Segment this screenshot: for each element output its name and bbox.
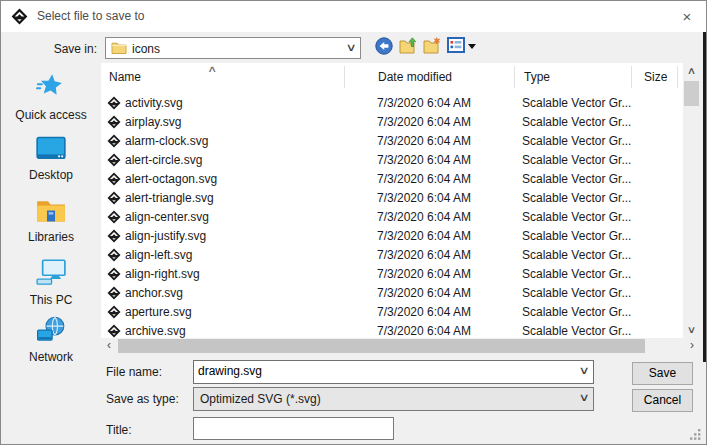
save-as-type-combobox[interactable]: Optimized SVG (*.svg) ∨ (193, 387, 594, 411)
file-type: Scalable Vector Gr... (522, 286, 631, 300)
sidebar-item-label: Libraries (28, 230, 74, 244)
vertical-scroll-thumb[interactable] (684, 81, 699, 106)
sidebar-item-label: Network (29, 350, 73, 364)
file-name: align-center.svg (125, 210, 209, 224)
sidebar-item-this-pc[interactable]: This PC (1, 259, 101, 307)
up-one-level-icon[interactable] (399, 37, 418, 55)
column-header-size[interactable]: Size (644, 63, 667, 91)
cancel-button[interactable]: Cancel (632, 389, 693, 412)
file-row[interactable]: alert-triangle.svg 7/3/2020 6:04 AM Scal… (101, 189, 683, 208)
view-menu-caret-icon[interactable] (468, 44, 476, 49)
inkscape-file-icon (107, 172, 121, 186)
dialog-title: Select file to save to (37, 9, 144, 23)
file-date-modified: 7/3/2020 6:04 AM (377, 248, 471, 262)
file-name: alarm-clock.svg (125, 134, 208, 148)
file-name-combobox[interactable]: ∨ (193, 360, 594, 384)
file-row[interactable]: align-left.svg 7/3/2020 6:04 AM Scalable… (101, 246, 683, 265)
file-row[interactable]: align-justify.svg 7/3/2020 6:04 AM Scala… (101, 227, 683, 246)
title-bar[interactable]: Select file to save to × (1, 1, 706, 32)
scroll-left-icon[interactable]: ‹ (101, 338, 117, 354)
file-name: alert-circle.svg (125, 153, 202, 167)
file-row[interactable]: aperture.svg 7/3/2020 6:04 AM Scalable V… (101, 303, 683, 322)
file-date-modified: 7/3/2020 6:04 AM (377, 324, 471, 338)
file-date-modified: 7/3/2020 6:04 AM (377, 115, 471, 129)
folder-icon (111, 41, 127, 58)
places-sidebar: Quick access Desktop Libraries This PC N… (1, 63, 101, 354)
libraries-icon (1, 198, 101, 226)
file-row[interactable]: align-right.svg 7/3/2020 6:04 AM Scalabl… (101, 265, 683, 284)
file-name: alert-octagon.svg (125, 172, 217, 186)
desktop-icon (1, 136, 101, 164)
title-label: Title: (1, 423, 181, 437)
inkscape-file-icon (107, 153, 121, 167)
file-date-modified: 7/3/2020 6:04 AM (377, 96, 471, 110)
sidebar-item-quick-access[interactable]: Quick access (1, 71, 101, 122)
inkscape-file-icon (107, 134, 121, 148)
column-header-type[interactable]: Type (524, 63, 550, 91)
close-icon[interactable]: × (674, 5, 700, 29)
column-divider[interactable] (514, 66, 515, 88)
file-type: Scalable Vector Gr... (522, 267, 631, 281)
chevron-down-icon[interactable]: ∨ (345, 41, 356, 54)
file-name-input[interactable] (198, 364, 558, 378)
sidebar-item-label: Desktop (29, 168, 73, 182)
scroll-down-icon[interactable]: ∨ (680, 322, 702, 338)
save-button[interactable]: Save (632, 362, 693, 385)
inkscape-file-icon (107, 248, 121, 262)
back-icon[interactable] (375, 37, 394, 55)
scroll-right-icon[interactable]: › (684, 338, 700, 354)
chevron-down-icon[interactable]: ∨ (578, 391, 589, 404)
file-type: Scalable Vector Gr... (522, 191, 631, 205)
chevron-down-icon[interactable]: ∨ (578, 364, 589, 377)
column-divider[interactable] (677, 66, 678, 88)
sidebar-item-label: Quick access (15, 108, 86, 122)
current-folder-label: icons (132, 42, 160, 56)
resize-grip[interactable] (689, 428, 702, 444)
create-new-folder-icon[interactable] (423, 37, 442, 55)
horizontal-scrollbar[interactable]: ‹ › (101, 338, 700, 354)
file-row[interactable]: airplay.svg 7/3/2020 6:04 AM Scalable Ve… (101, 113, 683, 132)
file-date-modified: 7/3/2020 6:04 AM (377, 305, 471, 319)
file-name: archive.svg (125, 324, 186, 338)
inkscape-file-icon (107, 305, 121, 319)
vertical-scrollbar[interactable]: ∧ ∨ (683, 63, 700, 338)
file-type: Scalable Vector Gr... (522, 210, 631, 224)
sidebar-item-desktop[interactable]: Desktop (1, 136, 101, 182)
file-name: alert-triangle.svg (125, 191, 214, 205)
sidebar-item-libraries[interactable]: Libraries (1, 198, 101, 244)
column-divider[interactable] (631, 66, 632, 88)
column-header-name[interactable]: Name (109, 63, 141, 91)
sidebar-item-network[interactable]: Network (1, 316, 101, 364)
save-in-combobox[interactable]: icons ∨ (105, 37, 361, 59)
save-as-type-label: Save as type: (1, 392, 181, 406)
file-name-label: File name: (1, 365, 181, 379)
file-date-modified: 7/3/2020 6:04 AM (377, 172, 471, 186)
column-header-date-modified[interactable]: Date modified (378, 63, 452, 91)
this-pc-icon (1, 259, 101, 289)
file-type: Scalable Vector Gr... (522, 248, 631, 262)
file-name: airplay.svg (125, 115, 181, 129)
file-type: Scalable Vector Gr... (522, 229, 631, 243)
file-row[interactable]: activity.svg 7/3/2020 6:04 AM Scalable V… (101, 94, 683, 113)
file-name: align-left.svg (125, 248, 192, 262)
file-name: aperture.svg (125, 305, 192, 319)
inkscape-file-icon (107, 324, 121, 338)
file-name: anchor.svg (125, 286, 183, 300)
file-row[interactable]: alert-octagon.svg 7/3/2020 6:04 AM Scala… (101, 170, 683, 189)
horizontal-scroll-thumb[interactable] (118, 339, 645, 353)
inkscape-file-icon (107, 229, 121, 243)
title-input[interactable] (193, 417, 394, 440)
file-row[interactable]: align-center.svg 7/3/2020 6:04 AM Scalab… (101, 208, 683, 227)
file-row[interactable]: alert-circle.svg 7/3/2020 6:04 AM Scalab… (101, 151, 683, 170)
inkscape-file-icon (107, 286, 121, 300)
file-row[interactable]: anchor.svg 7/3/2020 6:04 AM Scalable Vec… (101, 284, 683, 303)
file-row[interactable]: alarm-clock.svg 7/3/2020 6:04 AM Scalabl… (101, 132, 683, 151)
column-divider[interactable] (344, 66, 345, 88)
inkscape-file-icon (107, 191, 121, 205)
sidebar-item-label: This PC (30, 293, 73, 307)
file-date-modified: 7/3/2020 6:04 AM (377, 153, 471, 167)
view-menu-icon[interactable] (447, 37, 466, 55)
file-date-modified: 7/3/2020 6:04 AM (377, 210, 471, 224)
scroll-up-icon[interactable]: ∧ (680, 63, 702, 79)
file-type: Scalable Vector Gr... (522, 305, 631, 319)
